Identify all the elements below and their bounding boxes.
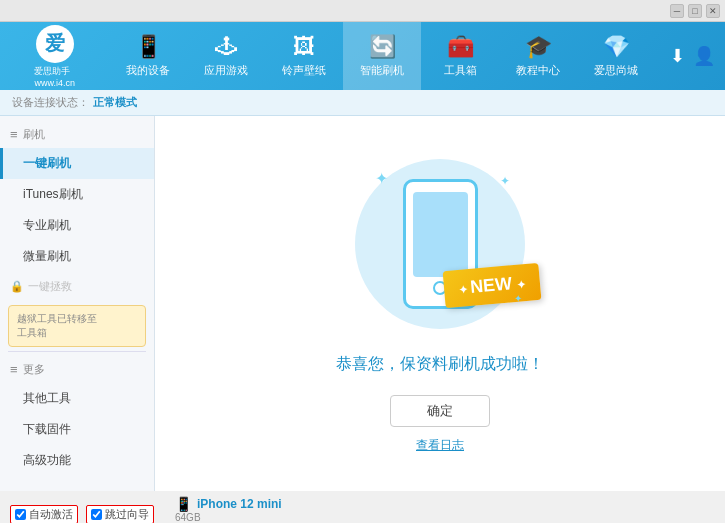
nav-my-device[interactable]: 📱 我的设备 <box>109 22 187 90</box>
minimize-button[interactable]: ─ <box>670 4 684 18</box>
sparkle-1: ✦ <box>375 169 388 188</box>
phone-device-icon: 📱 <box>175 496 192 512</box>
success-message: 恭喜您，保资料刷机成功啦！ <box>336 354 544 375</box>
status-label: 设备连接状态： <box>12 95 89 110</box>
skip-wizard-input[interactable] <box>91 509 102 520</box>
nav-my-device-label: 我的设备 <box>126 63 170 78</box>
phone-icon: 📱 <box>135 34 162 60</box>
device-storage: 64GB <box>175 512 705 523</box>
header: 爱 爱思助手www.i4.cn 📱 我的设备 🕹 应用游戏 🖼 铃声壁纸 🔄 智… <box>0 22 725 90</box>
status-bar: 设备连接状态： 正常模式 <box>0 90 725 116</box>
sidebar-download-firmware[interactable]: 下载固件 <box>0 414 154 445</box>
rescue-note-line2: 工具箱 <box>17 327 47 338</box>
nav-store-label: 爱思尚城 <box>594 63 638 78</box>
wallpaper-icon: 🖼 <box>293 34 315 60</box>
other-tools-label: 其他工具 <box>23 391 71 405</box>
itunes-flash-label: iTunes刷机 <box>23 187 83 201</box>
auto-activate-label: 自动激活 <box>29 507 73 522</box>
rescue-note-line1: 越狱工具已转移至 <box>17 313 97 324</box>
nav-toolbox[interactable]: 🧰 工具箱 <box>421 22 499 90</box>
sidebar-advanced-features[interactable]: 高级功能 <box>0 445 154 476</box>
skip-wizard-label: 跳过向导 <box>105 507 149 522</box>
view-diary-label: 查看日志 <box>416 438 464 452</box>
store-icon: 💎 <box>603 34 630 60</box>
nav-vip-store[interactable]: 💎 爱思尚城 <box>577 22 655 90</box>
nav-items: 📱 我的设备 🕹 应用游戏 🖼 铃声壁纸 🔄 智能刷机 🧰 工具箱 🎓 教程中心… <box>109 22 655 90</box>
auto-activate-input[interactable] <box>15 509 26 520</box>
micro-flash-label: 微量刷机 <box>23 249 71 263</box>
main-layout: ≡ 刷机 一键刷机 iTunes刷机 专业刷机 微量刷机 🔒 一键拯救 越狱工具… <box>0 116 725 491</box>
bottom-top-row: 自动激活 跳过向导 📱 iPhone 12 mini 64GB Down-12m… <box>0 491 725 523</box>
sparkle-3: ✦ <box>514 293 522 304</box>
advanced-features-label: 高级功能 <box>23 453 71 467</box>
nav-apps-games[interactable]: 🕹 应用游戏 <box>187 22 265 90</box>
view-diary-link[interactable]: 查看日志 <box>416 437 464 454</box>
logo-area: 爱 爱思助手www.i4.cn <box>0 20 109 93</box>
bottom-left: 自动激活 跳过向导 <box>10 505 165 523</box>
nav-smart-label: 智能刷机 <box>360 63 404 78</box>
nav-ringtone-label: 铃声壁纸 <box>282 63 326 78</box>
toolbox-icon: 🧰 <box>447 34 474 60</box>
maximize-button[interactable]: □ <box>688 4 702 18</box>
confirm-button[interactable]: 确定 <box>390 395 490 427</box>
success-text-content: 恭喜您，保资料刷机成功啦！ <box>336 355 544 372</box>
more-icon: ≡ <box>10 362 18 377</box>
nav-tutorial[interactable]: 🎓 教程中心 <box>499 22 577 90</box>
success-illustration: ✦ ✦ ✦ NEW <box>350 154 530 334</box>
lock-icon: 🔒 <box>10 280 24 293</box>
status-value: 正常模式 <box>93 95 137 110</box>
nav-toolbox-label: 工具箱 <box>444 63 477 78</box>
rescue-note: 越狱工具已转移至 工具箱 <box>8 305 146 347</box>
device-name: iPhone 12 mini <box>197 497 282 511</box>
one-click-flash-label: 一键刷机 <box>23 156 71 170</box>
nav-ringtone-wallpaper[interactable]: 🖼 铃声壁纸 <box>265 22 343 90</box>
pro-flash-label: 专业刷机 <box>23 218 71 232</box>
sidebar-one-click-rescue: 🔒 一键拯救 <box>0 272 154 301</box>
refresh-icon: 🔄 <box>369 34 396 60</box>
flash-section-title: ≡ 刷机 <box>0 121 154 148</box>
confirm-button-label: 确定 <box>427 402 453 420</box>
nav-right-buttons: ⬇ 👤 <box>655 45 725 67</box>
sidebar-micro-flash[interactable]: 微量刷机 <box>0 241 154 272</box>
games-icon: 🕹 <box>215 34 237 60</box>
logo-circle: 爱 <box>36 25 74 63</box>
more-section-title: ≡ 更多 <box>0 356 154 383</box>
nav-apps-games-label: 应用游戏 <box>204 63 248 78</box>
sidebar-one-click-flash[interactable]: 一键刷机 <box>0 148 154 179</box>
more-section-label: 更多 <box>23 362 45 377</box>
logo-text: 爱思助手www.i4.cn <box>34 65 75 88</box>
nav-tutorial-label: 教程中心 <box>516 63 560 78</box>
logo-icon: 爱 <box>45 30 65 57</box>
sidebar-other-tools[interactable]: 其他工具 <box>0 383 154 414</box>
new-badge: NEW <box>442 262 541 307</box>
device-info: 📱 iPhone 12 mini 64GB Down-12mini-13,1 <box>165 496 715 524</box>
auto-activate-checkbox[interactable]: 自动激活 <box>10 505 78 523</box>
flash-section-icon: ≡ <box>10 127 18 142</box>
one-click-rescue-label: 一键拯救 <box>28 279 72 294</box>
new-badge-text: NEW <box>469 273 513 297</box>
content-area: ✦ ✦ ✦ NEW 恭喜您，保资料刷机成功啦！ 确定 查看日志 <box>155 116 725 491</box>
download-icon[interactable]: ⬇ <box>670 45 685 67</box>
sidebar: ≡ 刷机 一键刷机 iTunes刷机 专业刷机 微量刷机 🔒 一键拯救 越狱工具… <box>0 116 155 491</box>
close-button[interactable]: ✕ <box>706 4 720 18</box>
sidebar-divider <box>8 351 146 352</box>
user-icon[interactable]: 👤 <box>693 45 715 67</box>
flash-section-label: 刷机 <box>23 127 45 142</box>
skip-wizard-checkbox[interactable]: 跳过向导 <box>86 505 154 523</box>
tutorial-icon: 🎓 <box>525 34 552 60</box>
sidebar-pro-flash[interactable]: 专业刷机 <box>0 210 154 241</box>
sparkle-2: ✦ <box>500 174 510 188</box>
phone-screen <box>413 192 468 277</box>
nav-smart-purchase[interactable]: 🔄 智能刷机 <box>343 22 421 90</box>
download-firmware-label: 下载固件 <box>23 422 71 436</box>
sidebar-itunes-flash[interactable]: iTunes刷机 <box>0 179 154 210</box>
